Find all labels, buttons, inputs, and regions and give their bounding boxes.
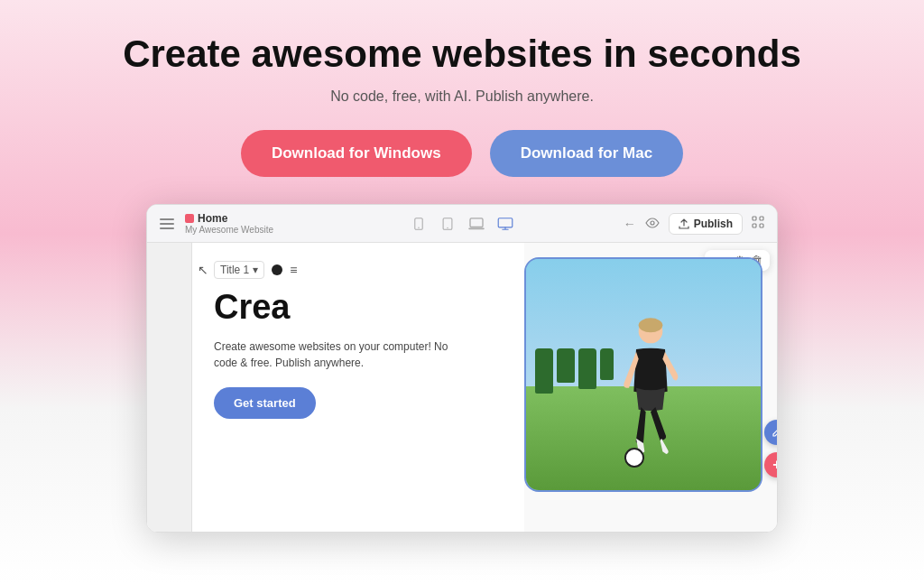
page-subtitle: No code, free, with AI. Publish anywhere…: [330, 88, 594, 105]
desktop-device-icon[interactable]: [497, 218, 513, 230]
editor-body-text: Create awesome websites on your computer…: [214, 338, 467, 371]
get-started-button[interactable]: Get started: [214, 387, 316, 419]
download-buttons: Download for Windows Download for Mac: [241, 130, 683, 177]
tablet-device-icon[interactable]: [439, 218, 456, 230]
editor-main: ↖ Title 1 ▾ ≡ Crea Create awesome websit…: [192, 243, 524, 532]
device-icons: [411, 218, 513, 230]
browser-bar-left: Home My Awesome Website: [160, 212, 402, 235]
tree: [578, 348, 596, 389]
title-dropdown-arrow: ▾: [253, 264, 258, 276]
title-badge[interactable]: Title 1 ▾: [214, 261, 264, 279]
edit-floating-button[interactable]: [764, 420, 778, 445]
tab-info: Home My Awesome Website: [185, 212, 273, 235]
svg-rect-11: [760, 224, 763, 227]
mobile-device-icon[interactable]: [411, 218, 427, 230]
right-edge-buttons: +: [764, 420, 778, 477]
tree: [535, 348, 553, 394]
publish-button[interactable]: Publish: [669, 213, 743, 235]
svg-point-13: [639, 319, 663, 333]
editor-heading[interactable]: Crea: [214, 290, 503, 324]
grid-icon[interactable]: [752, 216, 764, 231]
page-headline: Create awesome websites in seconds: [123, 32, 801, 76]
tab-subtitle: My Awesome Website: [185, 225, 273, 235]
tree: [557, 348, 575, 383]
hamburger-icon[interactable]: [160, 218, 174, 229]
svg-point-1: [418, 227, 419, 227]
hero-image: [524, 257, 762, 492]
back-arrow-icon[interactable]: ←: [624, 217, 636, 231]
color-picker-dot[interactable]: [272, 264, 282, 275]
text-align-icon[interactable]: ≡: [290, 263, 297, 277]
svg-rect-9: [760, 217, 763, 220]
svg-rect-5: [468, 227, 485, 229]
laptop-device-icon[interactable]: [468, 218, 485, 230]
cursor-icon: ↖: [198, 263, 208, 277]
svg-rect-4: [470, 218, 483, 227]
browser-bar: Home My Awesome Website: [147, 205, 777, 243]
editor-sidebar: [147, 243, 192, 532]
soccer-ball: [624, 448, 644, 468]
editor-content: ↖ Title 1 ▾ ≡ Crea Create awesome websit…: [147, 243, 777, 532]
editor-image-area: ↑ ↓ ⚙ 🗑: [524, 243, 777, 532]
browser-mockup: Home My Awesome Website: [146, 204, 778, 533]
svg-rect-10: [753, 224, 756, 227]
download-mac-button[interactable]: Download for Mac: [490, 130, 683, 177]
svg-point-3: [447, 227, 448, 228]
title-badge-label: Title 1: [220, 264, 249, 276]
download-windows-button[interactable]: Download for Windows: [241, 130, 472, 177]
tab-icon: [185, 214, 194, 223]
svg-point-7: [651, 221, 654, 225]
editor-toolbar: ↖ Title 1 ▾ ≡: [214, 261, 503, 279]
soccer-player-figure: [596, 313, 705, 458]
svg-rect-6: [498, 218, 513, 227]
tab-title: Home: [185, 212, 273, 225]
svg-rect-8: [753, 217, 756, 220]
add-floating-button[interactable]: +: [764, 452, 778, 477]
browser-bar-right: ← Publish: [522, 213, 764, 235]
preview-eye-icon[interactable]: [645, 217, 660, 231]
